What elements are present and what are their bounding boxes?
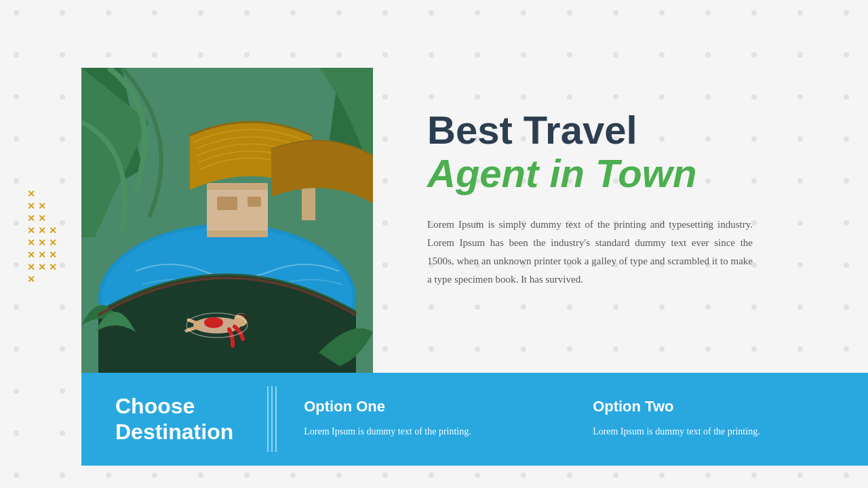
- right-content: Best Travel Agent in Town Lorem Ipsum is…: [373, 68, 787, 289]
- travel-image: [81, 68, 373, 373]
- title-line1: Best Travel: [427, 108, 787, 152]
- svg-rect-7: [248, 197, 261, 207]
- option-two: Option Two Lorem Ipsum is dummy text of …: [593, 398, 841, 440]
- description-text: Lorem Ipsum is simply dummy text of the …: [427, 216, 753, 289]
- divider-line-1: [267, 386, 269, 452]
- svg-rect-5: [207, 190, 268, 230]
- option-two-text: Lorem Ipsum is dummy text of the printin…: [593, 424, 841, 440]
- svg-point-9: [204, 317, 223, 328]
- option-one-text: Lorem Ipsum is dummy text of the printin…: [304, 424, 552, 440]
- option-two-title: Option Two: [593, 398, 841, 415]
- page-title: Best Travel Agent in Town: [427, 108, 787, 195]
- option-one: Option One Lorem Ipsum is dummy text of …: [304, 398, 552, 440]
- choose-title: Choose Destination: [115, 393, 233, 445]
- content-wrapper: Best Travel Agent in Town Lorem Ipsum is…: [0, 0, 868, 488]
- bottom-section: Choose Destination Option One Lorem Ipsu…: [81, 373, 868, 466]
- options-container: Option One Lorem Ipsum is dummy text of …: [277, 381, 868, 457]
- svg-rect-6: [217, 197, 237, 210]
- option-one-title: Option One: [304, 398, 552, 415]
- choose-destination: Choose Destination: [81, 373, 267, 466]
- divider-lines: [267, 373, 277, 466]
- top-section: Best Travel Agent in Town Lorem Ipsum is…: [0, 0, 868, 373]
- image-container: [81, 68, 373, 373]
- title-line2: Agent in Town: [427, 152, 787, 195]
- divider-line-2: [271, 386, 273, 452]
